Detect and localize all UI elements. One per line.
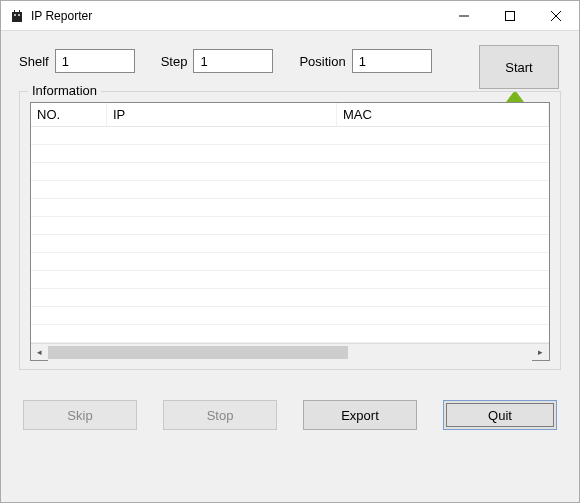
scroll-left-icon[interactable]: ◂	[31, 344, 48, 361]
col-header-ip[interactable]: IP	[107, 103, 337, 127]
stop-button-label: Stop	[207, 408, 234, 423]
step-label: Step	[161, 54, 188, 69]
col-header-no[interactable]: NO.	[31, 103, 107, 127]
export-button-label: Export	[341, 408, 379, 423]
window-title: IP Reporter	[31, 9, 92, 23]
start-button[interactable]: Start	[479, 45, 559, 89]
skip-button[interactable]: Skip	[23, 400, 137, 430]
table-row	[31, 163, 549, 181]
minimize-button[interactable]	[441, 1, 487, 31]
button-row: Skip Stop Export Quit	[19, 400, 561, 430]
table-row	[31, 127, 549, 145]
table-row	[31, 289, 549, 307]
col-header-mac[interactable]: MAC	[337, 103, 549, 127]
scroll-track[interactable]	[48, 344, 532, 361]
step-input[interactable]	[193, 49, 273, 73]
app-window: IP Reporter Shelf Step Position Start	[0, 0, 580, 503]
client-area: Shelf Step Position Start Information	[1, 31, 579, 502]
svg-point-1	[18, 14, 20, 16]
start-button-label: Start	[505, 60, 532, 75]
svg-point-0	[14, 14, 16, 16]
table-row	[31, 217, 549, 235]
position-label: Position	[299, 54, 345, 69]
close-button[interactable]	[533, 1, 579, 31]
table-row	[31, 181, 549, 199]
grid-body	[31, 127, 549, 343]
table-row	[31, 253, 549, 271]
quit-button[interactable]: Quit	[443, 400, 557, 430]
svg-rect-3	[506, 11, 515, 20]
position-input[interactable]	[352, 49, 432, 73]
scroll-thumb[interactable]	[48, 346, 348, 359]
grid-header: NO. IP MAC	[31, 103, 549, 127]
data-grid[interactable]: NO. IP MAC	[30, 102, 550, 361]
skip-button-label: Skip	[67, 408, 92, 423]
table-row	[31, 145, 549, 163]
table-row	[31, 235, 549, 253]
shelf-label: Shelf	[19, 54, 49, 69]
quit-button-label: Quit	[488, 408, 512, 423]
information-group: Information NO. IP MAC	[19, 91, 561, 370]
app-icon	[9, 8, 25, 24]
titlebar: IP Reporter	[1, 1, 579, 31]
shelf-input[interactable]	[55, 49, 135, 73]
table-row	[31, 325, 549, 343]
table-row	[31, 307, 549, 325]
information-legend: Information	[28, 83, 101, 98]
table-row	[31, 271, 549, 289]
export-button[interactable]: Export	[303, 400, 417, 430]
stop-button[interactable]: Stop	[163, 400, 277, 430]
maximize-button[interactable]	[487, 1, 533, 31]
scroll-right-icon[interactable]: ▸	[532, 344, 549, 361]
table-row	[31, 199, 549, 217]
horizontal-scrollbar[interactable]: ◂ ▸	[31, 343, 549, 360]
